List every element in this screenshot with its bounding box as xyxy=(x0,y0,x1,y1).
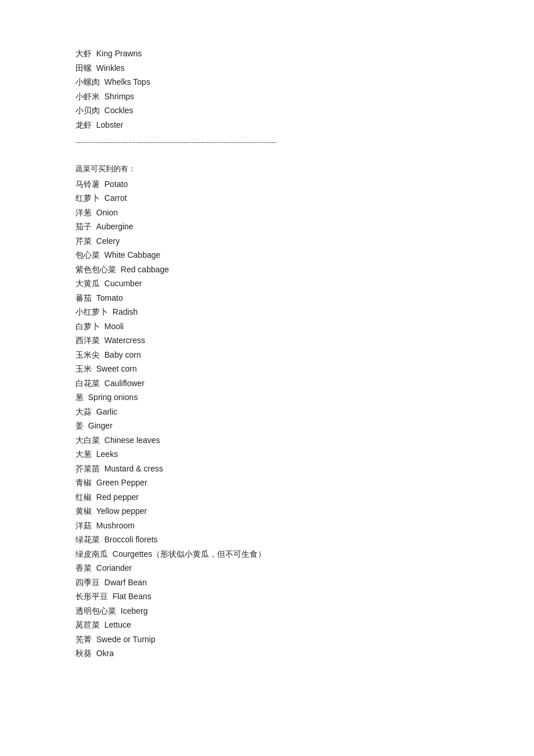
list-item: 紫色包心菜 Red cabbage xyxy=(75,262,459,277)
list-item: 洋菇 Mushroom xyxy=(75,519,459,533)
list-item: 红萝卜 Carrot xyxy=(75,191,459,206)
section-header: 蔬菜可买到的有： xyxy=(75,163,459,176)
list-item: 绿皮南瓜 Courgettes（形状似小黄瓜，但不可生食） xyxy=(75,547,459,561)
vegetables-section: 蔬菜可买到的有：马铃薯 Potato红萝卜 Carrot洋葱 Onion茄子 A… xyxy=(75,163,459,661)
list-item: 蕃茄 Tomato xyxy=(75,291,459,305)
list-item: 大蒜 Garlic xyxy=(75,405,459,419)
list-item: 青椒 Green Pepper xyxy=(75,476,459,490)
list-item: 白花菜 Cauliflower xyxy=(75,376,459,391)
list-item: 玉米尖 Baby corn xyxy=(75,348,459,362)
list-item: 白萝卜 Mooli xyxy=(75,319,459,334)
list-item: 田螺 Winkles xyxy=(75,61,459,75)
list-item: 姜 Ginger xyxy=(75,419,459,433)
list-item: 绿花菜 Broccoli florets xyxy=(75,532,459,547)
list-item: 小红萝卜 Radish xyxy=(75,305,459,319)
list-item: 龙虾 Lobster xyxy=(75,118,459,132)
list-item: 秋葵 Okra xyxy=(75,646,459,661)
list-item: 洋葱 Onion xyxy=(75,206,459,220)
list-item: 西洋菜 Watercress xyxy=(75,333,459,348)
list-item: 茄子 Aubergine xyxy=(75,219,459,234)
list-item: 小虾米 Shrimps xyxy=(75,89,459,104)
list-item: 红椒 Red pepper xyxy=(75,490,459,505)
divider-line: ----------------------------------------… xyxy=(75,138,459,146)
list-item: 大黄瓜 Cucumber xyxy=(75,276,459,291)
list-item: 包心菜 White Cabbage xyxy=(75,248,459,262)
list-item: 芜菁 Swede or Turnip xyxy=(75,632,459,647)
list-item: 芥菜苗 Mustard & cress xyxy=(75,462,459,476)
list-item: 小螺肉 Whelks Tops xyxy=(75,75,459,89)
list-item: 小贝肉 Cockles xyxy=(75,103,459,118)
list-item: 透明包心菜 Iceberg xyxy=(75,604,459,618)
seafood-section: 大虾 King Prawns田螺 Winkles小螺肉 Whelks Tops小… xyxy=(75,46,459,132)
list-item: 长形平豆 Flat Beans xyxy=(75,589,459,604)
list-item: 黄椒 Yellow pepper xyxy=(75,504,459,519)
list-item: 四季豆 Dwarf Bean xyxy=(75,575,459,590)
list-item: 莴苣菜 Lettuce xyxy=(75,618,459,632)
list-item: 大虾 King Prawns xyxy=(75,46,459,61)
list-item: 马铃薯 Potato xyxy=(75,177,459,192)
list-item: 香菜 Coriander xyxy=(75,561,459,575)
list-item: 玉米 Sweet corn xyxy=(75,362,459,376)
list-item: 葱 Spring onions xyxy=(75,390,459,405)
list-item: 大葱 Leeks xyxy=(75,447,459,462)
list-item: 大白菜 Chinese leaves xyxy=(75,433,459,448)
list-item: 芹菜 Celery xyxy=(75,234,459,249)
